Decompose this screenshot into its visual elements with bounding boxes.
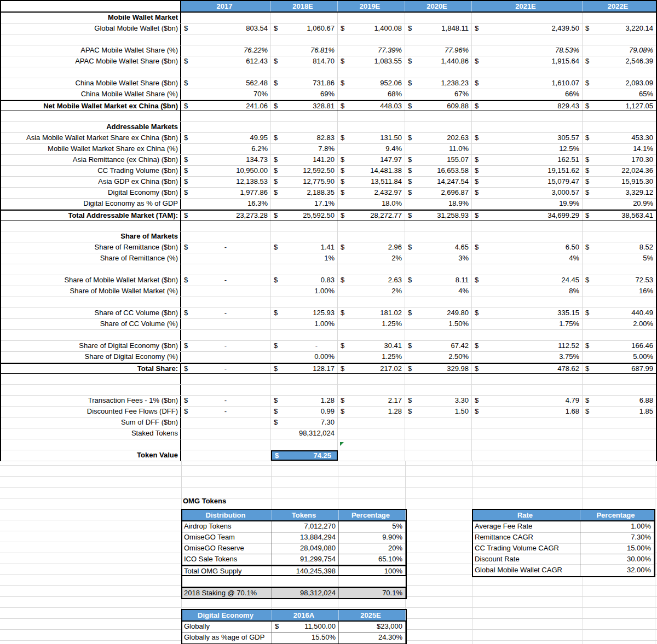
cell[interactable] (338, 330, 405, 340)
row-label[interactable]: Net Mobile Wallet Market ex China ($bn) (1, 101, 181, 111)
row-label[interactable]: OmiseGO Team (182, 532, 272, 543)
cell[interactable]: $4.79 (472, 396, 583, 406)
cell[interactable]: $2.96 (338, 242, 405, 253)
cell[interactable] (181, 417, 271, 428)
cell[interactable]: 2% (338, 253, 405, 264)
row-label[interactable]: Discount Rate (473, 554, 580, 565)
cell[interactable]: $8.52 (583, 242, 656, 253)
cell[interactable]: $82.83 (271, 133, 338, 143)
row-label[interactable]: Sum of DFF ($bn) (1, 417, 181, 428)
cell[interactable]: $440.49 (583, 308, 656, 318)
cell[interactable] (338, 67, 405, 78)
row-label[interactable]: CC Trading Volume ($bn) (1, 166, 181, 176)
cell[interactable]: 12.5% (472, 144, 583, 154)
cell[interactable]: 70% (181, 89, 271, 100)
cell[interactable]: $147.97 (338, 155, 405, 165)
col-header-2017[interactable]: 2017 (181, 1, 271, 11)
cell[interactable] (583, 417, 656, 428)
cell[interactable]: $2,188.35 (271, 188, 338, 198)
cell[interactable]: $687.99 (583, 364, 656, 373)
cell[interactable] (583, 231, 656, 242)
cell[interactable] (472, 428, 583, 439)
row-label[interactable]: APAC Mobile Wallet Share (%) (1, 45, 181, 56)
row-label[interactable]: Total Addressable Market (TAM): (1, 211, 181, 220)
cell[interactable]: $128.17 (271, 364, 338, 373)
cell[interactable]: $1.68 (472, 407, 583, 417)
row-label[interactable]: Average Fee Rate (473, 521, 580, 532)
row-label[interactable]: Discounted Fee Flows (DFF) (1, 407, 181, 417)
row-label[interactable] (1, 439, 181, 450)
cell[interactable]: $1.28 (271, 396, 338, 406)
cell[interactable]: $1,238.23 (405, 78, 472, 89)
cell[interactable]: 5.00% (583, 352, 656, 362)
cell[interactable] (181, 34, 271, 45)
col-header-2018E[interactable]: 2018E (271, 1, 338, 11)
cell[interactable]: $202.63 (405, 133, 472, 143)
cell[interactable]: $72.53 (583, 275, 656, 286)
row-label[interactable]: CC Trading Volume CAGR (473, 543, 580, 554)
cell[interactable]: 19.9% (472, 199, 583, 209)
cell[interactable]: 15.00% (580, 543, 654, 554)
cell[interactable]: $24.45 (472, 275, 583, 286)
cell[interactable]: $31,258.93 (405, 211, 472, 220)
cell[interactable]: 2.00% (583, 319, 656, 329)
col-header-percentage[interactable]: Percentage (339, 510, 406, 520)
cell[interactable] (271, 385, 338, 395)
cell[interactable]: $131.50 (338, 133, 405, 143)
cell[interactable]: $- (181, 275, 271, 286)
cell[interactable] (583, 374, 656, 384)
cell[interactable] (405, 111, 472, 121)
cell[interactable]: $10,950.00 (181, 166, 271, 176)
cell[interactable] (583, 34, 656, 45)
row-label[interactable]: Share of CC Volume (%) (1, 319, 181, 329)
cell[interactable]: $0.83 (271, 275, 338, 286)
cell[interactable] (405, 439, 472, 450)
cell[interactable] (583, 385, 656, 395)
row-label[interactable] (1, 374, 181, 384)
cell[interactable] (181, 111, 271, 121)
cell[interactable]: 1.00% (271, 319, 338, 329)
cell[interactable]: $4.65 (405, 242, 472, 253)
cell[interactable] (271, 111, 338, 121)
cell[interactable] (405, 122, 472, 132)
row-label[interactable]: Asia GDP ex China ($bn) (1, 177, 181, 187)
cell[interactable]: $2,439.50 (472, 24, 583, 34)
cell[interactable]: $23,273.28 (181, 211, 271, 220)
cell[interactable]: 16% (583, 286, 656, 297)
cell[interactable] (472, 450, 583, 461)
cell[interactable]: 9.4% (338, 144, 405, 154)
cell[interactable]: 76.81% (271, 45, 338, 56)
cell[interactable]: $1,610.07 (472, 78, 583, 89)
cell[interactable]: 140,245,398 (272, 566, 339, 575)
cell[interactable] (338, 417, 405, 428)
row-label[interactable]: China Mobile Wallet Share (%) (1, 89, 181, 100)
cell[interactable] (472, 67, 583, 78)
row-label[interactable]: Total Share: (1, 364, 181, 373)
cell[interactable]: 77.96% (405, 45, 472, 56)
cell[interactable] (583, 13, 656, 23)
cell[interactable] (271, 374, 338, 384)
cell[interactable]: $448.03 (338, 101, 405, 111)
cell[interactable] (338, 374, 405, 384)
row-label[interactable]: Token Value (1, 450, 181, 461)
cell[interactable] (583, 297, 656, 308)
cell[interactable]: $23,000 (339, 622, 406, 632)
cell[interactable] (583, 330, 656, 340)
cell[interactable]: $15,915.30 (583, 177, 656, 187)
row-label[interactable]: Airdrop Tokens (182, 521, 272, 532)
cell[interactable]: $1,440.86 (405, 56, 472, 67)
row-label[interactable]: OmiseGO Reserve (182, 543, 272, 554)
row-label[interactable] (1, 111, 181, 121)
cell[interactable]: 7.30% (580, 532, 654, 543)
cell[interactable]: 20% (339, 543, 406, 554)
cell[interactable] (272, 576, 339, 587)
cell[interactable]: $803.54 (181, 24, 271, 34)
cell[interactable]: 5% (583, 253, 656, 264)
cell[interactable] (271, 330, 338, 340)
cell[interactable] (181, 330, 271, 340)
cell[interactable] (472, 439, 583, 450)
col-header-rate[interactable]: Rate (473, 510, 580, 520)
cell[interactable]: $305.57 (472, 133, 583, 143)
row-label[interactable]: China Mobile Wallet Share ($bn) (1, 78, 181, 89)
cell[interactable]: $6.50 (472, 242, 583, 253)
